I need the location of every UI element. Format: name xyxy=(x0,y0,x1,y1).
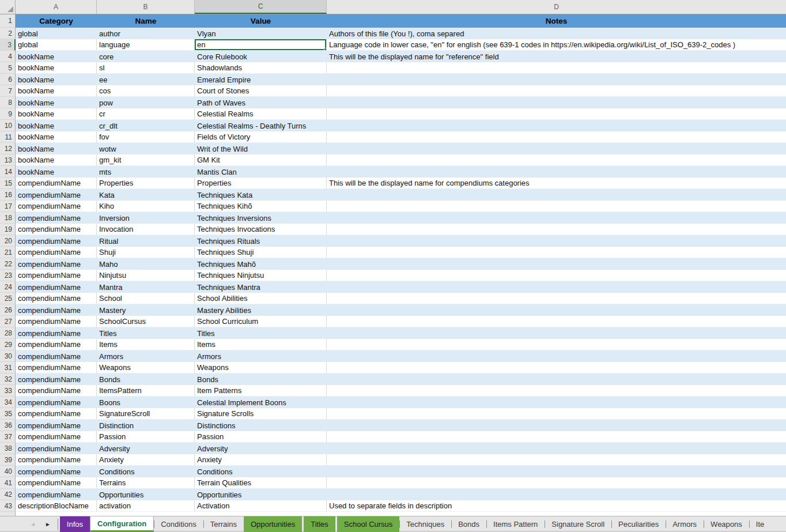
cell-category[interactable]: bookName xyxy=(16,166,97,178)
cell-value[interactable]: en xyxy=(195,39,327,51)
sheet-tab-ite[interactable]: Ite xyxy=(749,516,771,532)
cell-category[interactable]: global xyxy=(16,28,97,39)
cell-notes[interactable] xyxy=(327,154,786,166)
cell-name[interactable]: Mastery xyxy=(97,304,195,316)
row-number[interactable]: 8 xyxy=(0,97,16,108)
cell-category[interactable]: global xyxy=(16,39,97,51)
row-number[interactable]: 38 xyxy=(0,443,16,454)
cell-category[interactable]: descriptionBlocName xyxy=(16,500,97,512)
sheet-tab-conditions[interactable]: Conditions xyxy=(154,516,203,532)
row-number[interactable]: 2 xyxy=(0,28,16,39)
cell-value[interactable]: Celestial Implement Boons xyxy=(195,397,327,408)
cell-category[interactable]: compendiumName xyxy=(16,224,97,235)
cell-value[interactable]: Techniques Mantra xyxy=(195,281,327,293)
cell-name[interactable]: Conditions xyxy=(97,466,195,477)
cell-category[interactable]: compendiumName xyxy=(16,466,97,477)
cell-name[interactable]: Opportunities xyxy=(97,489,195,500)
cell-value[interactable]: Armors xyxy=(195,350,327,362)
cell-category[interactable]: compendiumName xyxy=(16,327,97,339)
cell-value[interactable]: Techniques Rituals xyxy=(195,235,327,247)
cell-value[interactable]: Passion xyxy=(195,431,327,443)
cell-value[interactable]: Distinctions xyxy=(195,420,327,431)
row-number[interactable]: 37 xyxy=(0,431,16,443)
header-cell-name[interactable]: Name xyxy=(97,14,195,28)
cell-name[interactable]: Kiho xyxy=(97,201,195,212)
cell-notes[interactable] xyxy=(327,212,786,224)
cell-category[interactable]: compendiumName xyxy=(16,178,97,189)
cell-category[interactable]: compendiumName xyxy=(16,454,97,466)
row-number[interactable]: 31 xyxy=(0,362,16,373)
cell-value[interactable]: Celestial Realms xyxy=(195,108,327,120)
cell-notes[interactable] xyxy=(327,74,786,85)
cell-category[interactable]: bookName xyxy=(16,85,97,97)
cell-value[interactable]: Shadowlands xyxy=(195,62,327,74)
sheet-tab-armors[interactable]: Armors xyxy=(666,516,704,532)
cell-notes[interactable] xyxy=(327,293,786,304)
cell-notes[interactable] xyxy=(327,224,786,235)
row-number[interactable]: 33 xyxy=(0,385,16,397)
cell-name[interactable]: Invocation xyxy=(97,224,195,235)
cell-name[interactable]: ItemsPattern xyxy=(97,385,195,397)
header-cell-notes[interactable]: Notes xyxy=(327,14,786,28)
row-number[interactable]: 6 xyxy=(0,74,16,85)
cell-notes[interactable] xyxy=(327,316,786,327)
cell-notes[interactable] xyxy=(327,97,786,108)
cell-category[interactable]: compendiumName xyxy=(16,489,97,500)
cell-notes[interactable] xyxy=(327,466,786,477)
row-number[interactable]: 16 xyxy=(0,189,16,201)
cell-name[interactable]: language xyxy=(97,39,195,51)
row-number[interactable]: 22 xyxy=(0,258,16,270)
cell-name[interactable]: Bonds xyxy=(97,373,195,385)
cell-notes[interactable]: Used to separate fields in description xyxy=(327,500,786,512)
cell-name[interactable]: Titles xyxy=(97,327,195,339)
row-number[interactable]: 4 xyxy=(0,51,16,62)
cell-value[interactable]: Opportunities xyxy=(195,489,327,500)
cell-category[interactable]: compendiumName xyxy=(16,189,97,201)
cell-notes[interactable] xyxy=(327,247,786,258)
cell-notes[interactable]: This will be the displayed name for comp… xyxy=(327,178,786,189)
row-number[interactable]: 19 xyxy=(0,224,16,235)
cell-notes[interactable]: This will be the displayed name for "ref… xyxy=(327,51,786,62)
cell-category[interactable]: bookName xyxy=(16,62,97,74)
sheet-tab-bonds[interactable]: Bonds xyxy=(451,516,486,532)
cell-notes[interactable] xyxy=(327,166,786,178)
row-number[interactable]: 36 xyxy=(0,420,16,431)
row-number[interactable]: 9 xyxy=(0,108,16,120)
cell-notes[interactable] xyxy=(327,108,786,120)
row-number[interactable]: 32 xyxy=(0,373,16,385)
cell-value[interactable]: Signature Scrolls xyxy=(195,408,327,420)
cell-category[interactable]: bookName xyxy=(16,108,97,120)
cell-name[interactable]: ee xyxy=(97,74,195,85)
cell-category[interactable]: compendiumName xyxy=(16,247,97,258)
row-number[interactable]: 35 xyxy=(0,408,16,420)
cell-notes[interactable]: Language code in lower case, "en" for en… xyxy=(327,39,786,51)
cell-value[interactable]: Court of Stones xyxy=(195,85,327,97)
tabs-scroll-left-icon[interactable]: ◄ xyxy=(30,522,36,527)
cell-name[interactable]: Kata xyxy=(97,189,195,201)
cell-notes[interactable] xyxy=(327,281,786,293)
row-number[interactable]: 17 xyxy=(0,201,16,212)
cell-name[interactable]: activation xyxy=(97,500,195,512)
cell-name[interactable]: School xyxy=(97,293,195,304)
cell-value[interactable]: Techniques Ninjutsu xyxy=(195,270,327,281)
sheet-tab-configuration[interactable]: Configuration xyxy=(90,516,154,532)
cell-category[interactable]: compendiumName xyxy=(16,397,97,408)
row-number[interactable]: 10 xyxy=(0,120,16,131)
row-number[interactable]: 43 xyxy=(0,500,16,512)
row-number[interactable]: 41 xyxy=(0,477,16,489)
cell-notes[interactable] xyxy=(327,408,786,420)
cell-category[interactable]: compendiumName xyxy=(16,408,97,420)
row-number[interactable]: 18 xyxy=(0,212,16,224)
row-number[interactable]: 12 xyxy=(0,143,16,154)
cell-notes[interactable] xyxy=(327,327,786,339)
cell-value[interactable]: Activation xyxy=(195,500,327,512)
cell-name[interactable]: Items xyxy=(97,339,195,350)
cell-name[interactable]: SignatureScroll xyxy=(97,408,195,420)
sheet-tab-titles[interactable]: Titles xyxy=(304,516,335,532)
cell-notes[interactable] xyxy=(327,120,786,131)
cell-notes[interactable] xyxy=(327,339,786,350)
sheet-tab-peculiarities[interactable]: Peculiarities xyxy=(611,516,666,532)
row-number[interactable]: 42 xyxy=(0,489,16,500)
cell-category[interactable]: compendiumName xyxy=(16,350,97,362)
cell-value[interactable]: Path of Waves xyxy=(195,97,327,108)
